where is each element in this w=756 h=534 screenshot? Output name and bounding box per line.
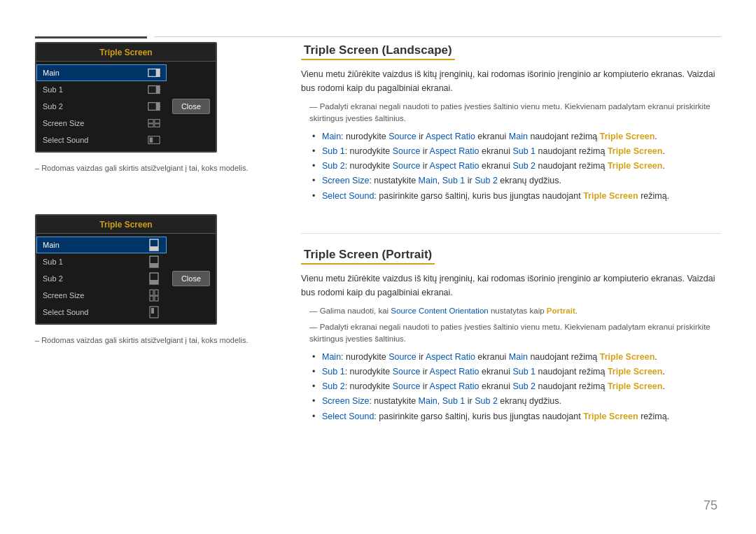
portrait-section-title: Triple Screen (Portrait)	[301, 246, 721, 272]
menu-item-sub2-portrait[interactable]: Sub 2	[36, 270, 167, 287]
bullet-main-label: Main	[322, 132, 341, 141]
menu-item-selectsound-landscape[interactable]: Select Sound	[36, 132, 167, 148]
landscape-title-bar: Triple Screen	[36, 43, 216, 62]
portrait-note1: Galima naudoti, kai Source Content Orien…	[301, 305, 721, 317]
bullet-main-t2: ir	[416, 132, 426, 141]
menu-item-sub1-portrait[interactable]: Sub 1	[36, 253, 167, 270]
menu-label-sub2: Sub 2	[43, 102, 63, 111]
bullet-sub2-landscape: Sub 2: nurodykite Source ir Aspect Ratio…	[312, 159, 721, 174]
svg-rect-11	[150, 137, 153, 142]
bullet-sub1-screen: Sub 1	[512, 146, 536, 156]
menu-label-selectsound: Select Sound	[43, 136, 88, 144]
svg-rect-9	[155, 124, 160, 127]
menu-label-sub1: Sub 1	[43, 85, 63, 94]
bullet-ss-main: Main	[419, 176, 438, 185]
svg-rect-3	[156, 86, 160, 94]
portrait-menu: Main Sub 1	[36, 234, 167, 323]
portrait-description: Triple Screen (Portrait) Vienu metu žiūr…	[301, 246, 721, 427]
bullet-main-t4: naudojant režimą	[528, 132, 600, 141]
menu-label-main: Main	[43, 69, 59, 77]
landscape-note: – Rodomas vaizdas gali skirtis atsižvelg…	[35, 164, 273, 172]
selectsound-icon-landscape	[148, 135, 160, 145]
bullet-sub2-ts: Triple Screen	[608, 161, 663, 171]
portrait-bullet-sub1: Sub 1: nurodykite Source ir Aspect Ratio…	[312, 365, 721, 379]
landscape-content: Main Sub 1	[36, 62, 216, 151]
bullet-main-ts: Triple Screen	[600, 132, 655, 141]
svg-rect-15	[150, 263, 158, 267]
top-line-thin	[154, 36, 721, 37]
portrait-bullet-selectsound: Select Sound: pasirinkite garso šaltinį,…	[312, 409, 721, 424]
portrait-title-bar: Triple Screen	[36, 216, 216, 234]
portrait-section: Triple Screen Main	[35, 214, 273, 344]
bullet-ss-label: Screen Size	[322, 176, 369, 185]
main-icon-portrait	[148, 240, 160, 250]
bullet-sub1-ts: Triple Screen	[608, 146, 663, 156]
bullet-main-t1: : nurodykite	[341, 132, 388, 141]
landscape-title-text: Triple Screen (Landscape)	[301, 42, 455, 60]
bullet-main-source: Source	[388, 132, 416, 141]
bullet-screensize-landscape: Screen Size: nustatykite Main, Sub 1 ir …	[312, 174, 721, 188]
bullet-sub1-landscape: Sub 1: nurodykite Source ir Aspect Ratio…	[312, 144, 721, 159]
portrait-menu-label-selectsound: Select Sound	[43, 308, 88, 316]
menu-item-screensize-landscape[interactable]: Screen Size	[36, 115, 167, 132]
menu-item-screensize-portrait[interactable]: Screen Size	[36, 287, 167, 304]
svg-rect-20	[150, 296, 153, 301]
selectsound-icon-portrait	[148, 307, 160, 317]
bullet-main-t3: ekranui	[475, 132, 509, 141]
portrait-ui-box: Triple Screen Main	[35, 214, 217, 325]
page-number: 75	[704, 498, 718, 513]
menu-item-main-portrait[interactable]: Main	[36, 237, 167, 253]
portrait-menu-label-sub2: Sub 2	[43, 274, 63, 283]
landscape-description: Triple Screen (Landscape) Vienu metu žiū…	[301, 42, 721, 206]
portrait-menu-label-main: Main	[43, 241, 59, 249]
svg-rect-13	[150, 246, 158, 251]
menu-item-sub2-landscape[interactable]: Sub 2	[36, 98, 167, 115]
right-column: Triple Screen (Landscape) Vienu metu žiū…	[301, 42, 721, 506]
bullet-sub1-label: Sub 1	[322, 146, 345, 156]
source-content-orientation: Source Content Orientation	[391, 307, 488, 315]
portrait-bullet-main: Main: nurodykite Source ir Aspect Ratio …	[312, 350, 721, 365]
bullet-ss-sub2: Sub 2	[475, 176, 498, 185]
bullet-main-landscape: Main: nurodykite Source ir Aspect Ratio …	[312, 129, 721, 144]
svg-rect-7	[155, 120, 160, 123]
portrait-close-wrap: Close	[167, 234, 216, 323]
bullet-sub2-aspect: Aspect Ratio	[430, 161, 479, 171]
landscape-close-wrap: Close	[167, 62, 216, 151]
menu-label-screensize: Screen Size	[43, 119, 84, 127]
portrait-menu-label-screensize: Screen Size	[43, 291, 84, 300]
portrait-bullets: Main: nurodykite Source ir Aspect Ratio …	[312, 350, 721, 424]
menu-item-main-landscape[interactable]: Main	[36, 64, 167, 81]
portrait-menu-label-sub1: Sub 1	[43, 258, 63, 266]
portrait-title: Triple Screen	[99, 220, 152, 230]
screensize-icon-landscape	[148, 118, 160, 128]
sub1-icon-portrait	[148, 257, 160, 267]
screensize-icon-portrait	[148, 290, 160, 300]
bullet-sub2-source: Source	[393, 161, 421, 171]
svg-rect-17	[150, 280, 158, 284]
landscape-menu: Main Sub 1	[36, 62, 167, 151]
portrait-close-button[interactable]: Close	[172, 271, 210, 286]
bullet-snd-ts: Triple Screen	[583, 191, 638, 201]
bullet-sub2-screen: Sub 2	[512, 161, 536, 171]
bullet-main-main: Main	[509, 132, 528, 141]
mid-divider	[301, 233, 721, 234]
bullet-sub1-aspect: Aspect Ratio	[430, 146, 479, 156]
landscape-close-button[interactable]: Close	[172, 99, 210, 114]
svg-rect-1	[156, 69, 160, 77]
menu-item-selectsound-portrait[interactable]: Select Sound	[36, 304, 167, 321]
main-icon-landscape	[148, 68, 160, 78]
portrait-note: – Rodomas vaizdas gali skirtis atsižvelg…	[35, 336, 273, 344]
portrait-bullet-screensize: Screen Size: nustatykite Main, Sub 1 ir …	[312, 394, 721, 409]
portrait-intro: Vienu metu žiūrėkite vaizdus iš kitų įre…	[301, 272, 721, 300]
svg-rect-6	[148, 120, 153, 123]
landscape-title: Triple Screen	[99, 48, 152, 57]
landscape-section-title: Triple Screen (Landscape)	[301, 42, 721, 67]
bullet-selectsound-landscape: Select Sound: pasirinkite garso šaltinį,…	[312, 189, 721, 204]
sub1-icon-landscape	[148, 85, 160, 94]
menu-item-sub1-landscape[interactable]: Sub 1	[36, 81, 167, 98]
bullet-snd-label: Select Sound	[322, 191, 374, 201]
bullet-main-aspect: Aspect Ratio	[426, 132, 475, 141]
landscape-bullets: Main: nurodykite Source ir Aspect Ratio …	[312, 129, 721, 204]
svg-rect-18	[150, 290, 153, 295]
landscape-note1: Padalyti ekranai negali naudoti to patie…	[301, 101, 721, 125]
